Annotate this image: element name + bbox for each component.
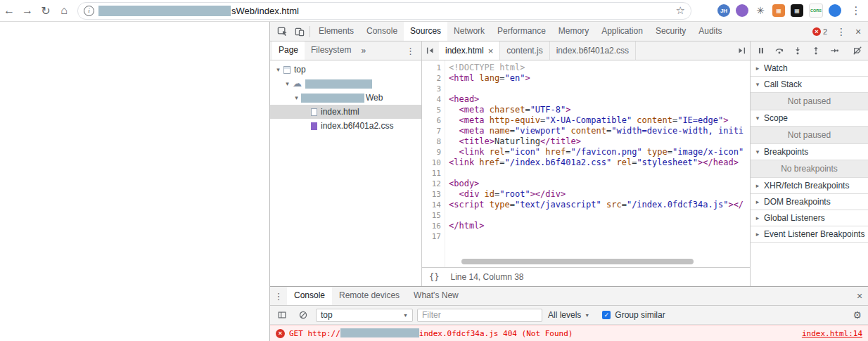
line-number[interactable]: 7 xyxy=(422,126,441,136)
console-sidebar-icon[interactable] xyxy=(274,307,291,323)
devtools-tab-application[interactable]: Application xyxy=(595,22,649,41)
editor-tab-content-js[interactable]: content.js xyxy=(500,41,549,60)
navigator-tab-page[interactable]: Page xyxy=(272,41,305,60)
extension-blue-icon[interactable] xyxy=(829,4,841,17)
line-number[interactable]: 9 xyxy=(422,147,441,157)
tree-expanded-icon[interactable]: ▾ xyxy=(274,66,283,73)
pretty-print-button[interactable]: {} xyxy=(429,272,439,282)
line-number[interactable]: 16 xyxy=(422,221,441,231)
browser-menu-icon[interactable]: ⋮ xyxy=(847,2,865,19)
drawer-tab-remote-devices[interactable]: Remote devices xyxy=(332,287,407,305)
step-icon[interactable] xyxy=(826,42,842,59)
line-number[interactable]: 13 xyxy=(422,189,441,200)
step-into-icon[interactable] xyxy=(790,42,805,59)
back-icon[interactable]: ← xyxy=(0,2,18,19)
section-global-listeners[interactable]: ▸Global Listeners xyxy=(751,210,868,226)
pause-script-icon[interactable] xyxy=(753,42,769,59)
page-info-icon[interactable]: i xyxy=(84,6,94,16)
line-number[interactable]: 6 xyxy=(422,115,441,126)
editor-tab-index-b6f401a2-css[interactable]: index.b6f401a2.css xyxy=(550,41,636,60)
console-settings-icon[interactable]: ⚙ xyxy=(853,309,864,321)
hide-navigator-icon[interactable] xyxy=(422,41,439,60)
error-badge[interactable]: × 2 xyxy=(812,27,827,36)
console-filter-input[interactable] xyxy=(417,309,542,322)
line-number[interactable]: 11 xyxy=(422,168,441,179)
extension-orange-icon[interactable]: ▦ xyxy=(772,4,785,17)
reload-icon[interactable]: ↻ xyxy=(37,2,55,19)
line-number[interactable]: 10 xyxy=(422,157,441,168)
devtools-tab-sources[interactable]: Sources xyxy=(404,22,447,41)
line-number[interactable]: 1 xyxy=(422,63,441,73)
tree-item-index-html[interactable]: index.html xyxy=(270,105,421,119)
navigator-overflow-icon[interactable]: » xyxy=(357,46,369,56)
tree-expanded-icon[interactable]: ▾ xyxy=(283,80,292,87)
devtools-tab-elements[interactable]: Elements xyxy=(312,22,360,41)
section-scope[interactable]: ▾Scope xyxy=(751,110,868,127)
horizontal-scrollbar[interactable] xyxy=(442,259,748,265)
tree-item-index-b6f401a2-css[interactable]: index.b6f401a2.css xyxy=(270,119,421,133)
section-dom-breakpoints[interactable]: ▸DOM Breakpoints xyxy=(751,194,868,210)
device-toolbar-icon[interactable] xyxy=(291,23,307,40)
drawer-menu-icon[interactable]: ⋮ xyxy=(270,291,287,302)
devtools-tab-performance[interactable]: Performance xyxy=(491,22,552,41)
extension-cors-icon[interactable]: CORS xyxy=(809,4,823,18)
drawer-tab-console[interactable]: Console xyxy=(287,287,332,305)
tree-item-web[interactable]: ▾Web xyxy=(270,91,421,105)
line-number[interactable]: 4 xyxy=(422,94,441,105)
home-icon[interactable]: ⌂ xyxy=(55,2,73,19)
section-xhr-fetch-breakpoints[interactable]: ▸XHR/fetch Breakpoints xyxy=(751,178,868,194)
code-line: </html> xyxy=(449,221,750,231)
devtools-close-icon[interactable]: × xyxy=(850,23,867,40)
extension-qr-icon[interactable]: ▦ xyxy=(791,4,803,17)
line-number[interactable]: 15 xyxy=(422,210,441,221)
section-event-listener-breakpoints[interactable]: ▸Event Listener Breakpoints xyxy=(751,226,868,243)
line-number[interactable]: 17 xyxy=(422,231,441,242)
devtools-tab-console[interactable]: Console xyxy=(360,22,404,41)
line-number[interactable]: 3 xyxy=(422,84,441,94)
step-over-icon[interactable] xyxy=(772,42,787,59)
devtools-tab-security[interactable]: Security xyxy=(649,22,692,41)
navigator-menu-icon[interactable]: ⋮ xyxy=(400,46,421,56)
inspect-element-icon[interactable] xyxy=(274,23,291,40)
navigator-tab-filesystem[interactable]: Filesystem xyxy=(305,41,357,60)
error-url-file[interactable]: index.0fdcf34a.js xyxy=(419,329,499,338)
line-number[interactable]: 5 xyxy=(422,105,441,115)
section-breakpoints[interactable]: ▾Breakpoints xyxy=(751,144,868,160)
drawer-close-icon[interactable]: × xyxy=(851,288,868,304)
context-selector[interactable]: top ▼ xyxy=(316,309,413,322)
url-bar[interactable]: i sWeb/index.html ☆ xyxy=(77,2,691,20)
scrollbar-thumb[interactable] xyxy=(461,259,694,264)
deactivate-breakpoints-icon[interactable] xyxy=(850,42,865,59)
devtools-tab-strip: ElementsConsoleSourcesNetworkPerformance… xyxy=(312,22,729,41)
clear-console-icon[interactable] xyxy=(295,307,312,323)
line-number[interactable]: 8 xyxy=(422,136,441,147)
drawer-tab-what-s-new[interactable]: What's New xyxy=(407,287,466,305)
tree-item-top[interactable]: ▾top xyxy=(270,63,421,77)
tree-item-redacted[interactable]: ▾☁ xyxy=(270,77,421,91)
line-number[interactable]: 12 xyxy=(422,179,441,189)
line-number[interactable]: 14 xyxy=(422,200,441,210)
devtools-tab-network[interactable]: Network xyxy=(447,22,491,41)
editor-overflow-icon[interactable] xyxy=(733,41,750,60)
step-out-icon[interactable] xyxy=(808,42,824,59)
group-similar-checkbox[interactable]: ✓ xyxy=(602,311,611,319)
tree-expanded-icon[interactable]: ▾ xyxy=(292,94,301,101)
section-call-stack[interactable]: ▾Call Stack xyxy=(751,77,868,93)
extension-asterisk-icon[interactable]: ✳ xyxy=(754,4,767,17)
log-levels-dropdown[interactable]: All levels ▼ xyxy=(548,310,589,320)
extension-jh-icon[interactable]: JH xyxy=(717,4,730,17)
editor-tab-label: index.html xyxy=(445,46,484,56)
close-tab-icon[interactable]: × xyxy=(488,46,494,56)
devtools-tab-audits[interactable]: Audits xyxy=(692,22,728,41)
editor-tab-index-html[interactable]: index.html× xyxy=(439,41,500,60)
devtools-tab-memory[interactable]: Memory xyxy=(552,22,595,41)
section-watch[interactable]: ▸Watch xyxy=(751,60,868,77)
error-source-link[interactable]: index.html:14 xyxy=(802,329,862,338)
bookmark-star-icon[interactable]: ☆ xyxy=(676,4,685,17)
forward-icon[interactable]: → xyxy=(18,2,37,19)
code-editor[interactable]: 1234567891011121314151617 <!DOCTYPE html… xyxy=(422,60,750,267)
line-number[interactable]: 2 xyxy=(422,73,441,84)
devtools-menu-icon[interactable]: ⋮ xyxy=(833,23,850,40)
extension-purple-icon[interactable] xyxy=(736,4,748,17)
navigator-tabbar: PageFilesystem » ⋮ xyxy=(270,41,421,60)
